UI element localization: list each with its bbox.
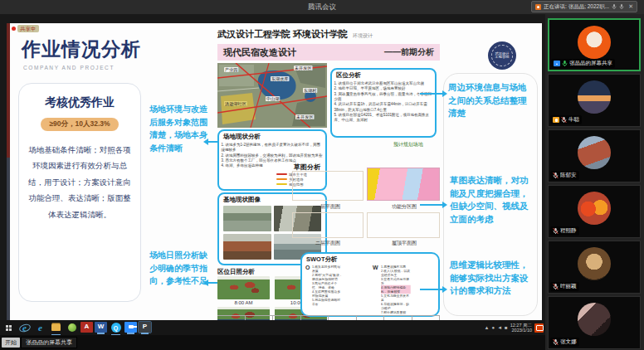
participant-label: 牛聪 xyxy=(550,115,582,124)
swot-line: 3.交通方式仍有待提升 xyxy=(381,277,411,285)
annotation-surroundings: 周边环境信息与场地之间的关系总结整理清楚 xyxy=(448,81,534,120)
app-glyph: A xyxy=(85,323,90,330)
app-glyph: e xyxy=(38,323,42,333)
participant-tile[interactable]: 牛聪 xyxy=(548,74,641,127)
location-analysis-box: 区位分析 1. 该项目位于湖北省武汉市蔡甸区军山街道大军山北侧2. 地处半日照、… xyxy=(330,68,437,138)
clock-date: 2023/1/10 xyxy=(510,328,532,333)
location-analysis-title: 区位分析 xyxy=(336,71,435,80)
windows-taskbar: e e A W xyxy=(0,320,545,335)
swot-line: 5.周边旅游资源相对丰富 xyxy=(312,298,343,306)
participant-name: 叶丽颖 xyxy=(560,283,577,290)
mic-icon xyxy=(561,116,567,124)
taskbar-app-icon[interactable] xyxy=(2,322,16,334)
page-subtitle: COMPANY AND PROJECT xyxy=(23,65,115,70)
page-title: 作业情况分析 xyxy=(22,36,141,62)
legend-line-icon xyxy=(276,178,287,180)
site-status-title: 场地现状分析 xyxy=(223,133,325,141)
participant-name: 牛聪 xyxy=(568,116,579,124)
participant-tile[interactable]: 张文娜 xyxy=(548,296,641,349)
avatar xyxy=(578,26,611,59)
participant-tile[interactable]: 陈郁安 xyxy=(548,129,641,182)
map-label: 产业园 xyxy=(224,67,238,72)
screen-share-icon xyxy=(554,61,560,66)
avatar xyxy=(578,303,611,336)
annotation-sketch-quality: 草图表达清晰，对功能及尺度把握合理，但缺少空间、视线及立面的考虑 xyxy=(450,174,533,226)
swot-line: 2.紧邻“大学城”板块，提供休闲旅游环境 xyxy=(312,273,343,281)
map-label: 汤逊湖社区 xyxy=(224,101,247,106)
swot-opportunities: O 1.政策支持乡村民宿发展2.紧邻“大学城”板块，提供休闲旅游环境3.民宿产品… xyxy=(305,265,368,317)
tray-icon[interactable]: ● xyxy=(492,325,495,330)
participant-tile[interactable]: 叶丽颖 xyxy=(548,241,641,294)
close-icon[interactable]: ✕ xyxy=(627,3,633,10)
participant-name: 程熙静 xyxy=(560,227,577,235)
screen-share-tooltip: 张晶晶的屏幕共享 xyxy=(21,337,77,348)
mic-icon xyxy=(562,60,568,67)
mic-icon xyxy=(619,3,624,10)
avatar xyxy=(578,136,611,169)
analysis-line: 1. 该地多为1-2层的建筑，有的房子废置许久破坏不堪，周围绿植较多 xyxy=(222,142,324,153)
avatar xyxy=(578,247,611,280)
bottom-strip: 开始 张晶晶的屏幕共享 xyxy=(0,335,545,350)
legend-line-icon xyxy=(276,183,287,185)
taskbar-clock[interactable]: 12:27 周二 2023/1/10 xyxy=(510,323,532,333)
system-tray: ▲●◄■ 12:27 周二 2023/1/10 xyxy=(485,320,544,335)
plan-caption: 屋顶平面图 xyxy=(368,240,440,247)
score-badge: ≥90分，10人32.3% xyxy=(41,118,118,131)
participant-label: 张文娜 xyxy=(550,338,579,347)
app-glyph: P xyxy=(143,323,147,330)
analysis-line: 3. 周边属亚热带季风气候，四季分明，雨量充沛，冬季温和少雨 xyxy=(334,91,433,102)
analysis-line: 1. 该项目位于湖北省武汉市蔡甸区军山街道大军山北侧 xyxy=(334,80,433,85)
taskbar-app-icon[interactable] xyxy=(65,322,79,334)
app-glyph: e xyxy=(22,323,27,333)
card-paragraph: 场地基础条件清晰；对照各项环境因素进行有效分析与总结，用于设计；方案设计意向功能… xyxy=(27,142,133,222)
speaker-icon xyxy=(535,4,541,10)
map-label: 未开发区 xyxy=(295,114,315,119)
planned-site-label: 预计规划场地 xyxy=(393,141,423,148)
swot-line: 5.文化与商业开发不足 xyxy=(381,294,411,302)
swot-line: 4.互联网宣传推动乡村旅游发展 xyxy=(312,289,343,298)
location-analysis-lines: 1. 该项目位于湖北省武汉市蔡甸区军山街道大军山北侧2. 地处半日照、半平原地区… xyxy=(332,80,435,123)
participant-tile[interactable]: 程熙静 xyxy=(548,185,641,238)
project-banner: 现代民宿改造设计 ——前期分析 xyxy=(217,44,440,61)
taskbar-app-icon[interactable] xyxy=(49,322,63,334)
participant-label: 陈郁安 xyxy=(550,171,579,180)
notification-center-badge[interactable] xyxy=(534,323,544,333)
site-satellite-map: 产业园未开发区汤逊湖社区东湖水库中山湖东湖村未开发区 xyxy=(217,63,327,128)
map-label: 东湖水库 xyxy=(271,76,290,81)
participant-label: 叶丽颖 xyxy=(550,282,579,291)
shared-screen-stage: 共享中 作业情况分析 COMPANY AND PROJECT 考核优秀作业 ≥9… xyxy=(0,14,545,350)
taskbar-app-icon[interactable]: e xyxy=(17,322,32,334)
start-button[interactable]: 开始 xyxy=(2,338,20,348)
mic-icon xyxy=(612,3,617,10)
school-dept: 环境设计 xyxy=(353,33,373,38)
plan-caption: 二层平面图 xyxy=(292,240,363,247)
mic-icon xyxy=(553,172,559,179)
arrow-right-icon xyxy=(420,93,445,95)
participant-name: 张文娜 xyxy=(560,338,577,346)
taskbar-app-icon[interactable]: A xyxy=(80,322,93,333)
tray-icon[interactable]: ■ xyxy=(505,325,508,330)
sharing-indicator: 共享中 xyxy=(12,25,39,32)
participants-sidebar[interactable]: 张晶晶的屏幕共享 牛聪 xyxy=(545,14,644,350)
school-logo: 武汉设计工程学院 xyxy=(488,41,516,70)
taskbar-app-icon[interactable] xyxy=(124,322,137,333)
app-glyph: W xyxy=(98,323,105,330)
map-label: 中山湖 xyxy=(266,96,280,101)
zoning-diagram xyxy=(367,168,440,201)
sun-study-image xyxy=(217,276,270,299)
floor1-plan-sketch xyxy=(292,171,363,201)
tray-icon[interactable]: ▲ xyxy=(485,325,490,330)
taskbar-app-icon[interactable]: e xyxy=(33,322,47,334)
taskbar-app-icon[interactable]: P xyxy=(139,322,151,333)
school-name: 武汉设计工程学院 环境设计学院环境设计 xyxy=(217,28,373,41)
participant-tile[interactable]: 张晶晶的屏幕共享 xyxy=(548,18,641,71)
card-heading: 考核优秀作业 xyxy=(19,95,140,110)
participant-name: 张晶晶的屏幕共享 xyxy=(569,60,612,67)
taskbar-app-icon[interactable]: Q xyxy=(109,322,123,334)
annotation-site-context: 场地环境与改造后服务对象范围清楚，场地本身条件清晰 xyxy=(149,103,214,154)
taskbar-app-icon[interactable]: W xyxy=(95,322,107,333)
tray-icon[interactable]: ◄ xyxy=(497,325,502,330)
app-glyph: Q xyxy=(114,325,118,331)
arrow-right-icon xyxy=(420,204,445,206)
avatar xyxy=(578,80,611,114)
